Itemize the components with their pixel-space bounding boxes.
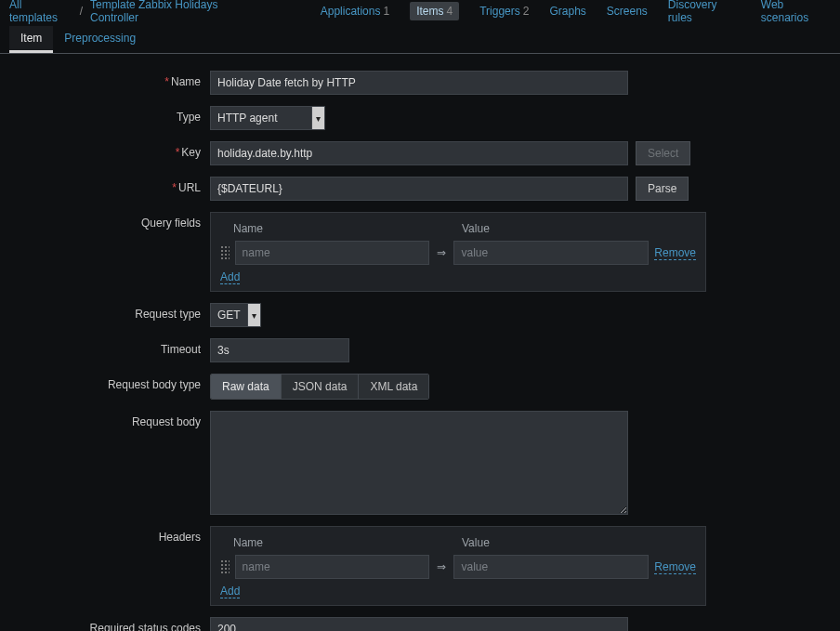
query-name-input[interactable] bbox=[235, 241, 430, 265]
body-type-raw[interactable]: Raw data bbox=[211, 375, 282, 399]
label-type: Type bbox=[177, 111, 201, 124]
tabs: Item Preprocessing bbox=[0, 26, 840, 54]
drag-handle-icon[interactable] bbox=[220, 559, 230, 574]
arrow-icon: ⇒ bbox=[435, 560, 448, 573]
nav-items[interactable]: Items4 bbox=[410, 2, 459, 20]
label-name: Name bbox=[171, 75, 201, 88]
nav-web-scenarios[interactable]: Web scenarios bbox=[761, 0, 831, 24]
headers-header-name: Name bbox=[233, 536, 447, 549]
body-type-group: Raw data JSON data XML data bbox=[210, 374, 429, 400]
nav-discovery[interactable]: Discovery rules bbox=[668, 0, 741, 24]
item-form: *Name Type HTTP agent ▾ *Key Select *URL… bbox=[0, 54, 840, 631]
nav-applications[interactable]: Applications bbox=[321, 5, 381, 18]
chevron-down-icon: ▾ bbox=[312, 106, 325, 130]
label-request-body-type: Request body type bbox=[108, 378, 201, 391]
request-body-textarea[interactable] bbox=[210, 411, 628, 515]
parse-button[interactable]: Parse bbox=[636, 177, 689, 201]
query-field-row: ⇒ Remove bbox=[220, 241, 696, 265]
arrow-icon: ⇒ bbox=[435, 246, 448, 259]
select-button: Select bbox=[636, 141, 690, 165]
label-required-status-codes: Required status codes bbox=[90, 622, 201, 631]
body-type-json[interactable]: JSON data bbox=[282, 375, 360, 399]
breadcrumb-all-templates[interactable]: All templates bbox=[9, 0, 72, 24]
body-type-xml[interactable]: XML data bbox=[359, 375, 428, 399]
key-input[interactable] bbox=[210, 141, 628, 165]
top-nav: All templates / Template Zabbix Holidays… bbox=[0, 0, 840, 22]
nav-items-count: 4 bbox=[447, 5, 453, 18]
query-header-value: Value bbox=[462, 222, 490, 235]
tab-preprocessing[interactable]: Preprocessing bbox=[53, 26, 147, 53]
timeout-input[interactable] bbox=[210, 338, 349, 362]
chevron-down-icon: ▾ bbox=[248, 303, 261, 327]
header-value-input[interactable] bbox=[453, 555, 649, 579]
nav-screens[interactable]: Screens bbox=[607, 5, 648, 18]
nav-links: Applications1 Items4 Triggers2 Graphs Sc… bbox=[321, 0, 831, 24]
headers-box: Name Value ⇒ Remove Add bbox=[210, 526, 706, 606]
nav-triggers[interactable]: Triggers bbox=[479, 5, 520, 18]
status-codes-input[interactable] bbox=[210, 617, 628, 631]
label-request-type: Request type bbox=[135, 308, 201, 321]
type-select[interactable]: HTTP agent ▾ bbox=[210, 106, 325, 130]
nav-graphs[interactable]: Graphs bbox=[549, 5, 585, 18]
breadcrumb-separator: / bbox=[80, 5, 83, 18]
query-header-name: Name bbox=[233, 222, 447, 235]
tab-item[interactable]: Item bbox=[9, 26, 53, 53]
url-input[interactable] bbox=[210, 177, 628, 201]
drag-handle-icon[interactable] bbox=[220, 245, 230, 260]
header-name-input[interactable] bbox=[235, 555, 430, 579]
label-headers: Headers bbox=[159, 531, 201, 544]
query-fields-box: Name Value ⇒ Remove Add bbox=[210, 212, 706, 292]
breadcrumb: All templates / Template Zabbix Holidays… bbox=[9, 0, 267, 24]
query-remove-link[interactable]: Remove bbox=[654, 246, 696, 260]
nav-applications-count: 1 bbox=[383, 5, 389, 18]
label-request-body: Request body bbox=[132, 415, 201, 428]
header-add-link[interactable]: Add bbox=[220, 585, 240, 598]
name-input[interactable] bbox=[210, 71, 628, 95]
nav-triggers-count: 2 bbox=[523, 5, 530, 18]
label-query-fields: Query fields bbox=[141, 217, 201, 230]
headers-header-value: Value bbox=[462, 536, 490, 549]
header-remove-link[interactable]: Remove bbox=[654, 560, 696, 574]
query-value-input[interactable] bbox=[453, 241, 649, 265]
request-type-select[interactable]: GET ▾ bbox=[210, 303, 261, 327]
label-url: URL bbox=[178, 181, 201, 194]
breadcrumb-template[interactable]: Template Zabbix Holidays Controller bbox=[90, 0, 267, 24]
label-key: Key bbox=[181, 146, 201, 159]
header-field-row: ⇒ Remove bbox=[220, 555, 696, 579]
query-add-link[interactable]: Add bbox=[220, 270, 240, 284]
label-timeout: Timeout bbox=[161, 343, 201, 356]
